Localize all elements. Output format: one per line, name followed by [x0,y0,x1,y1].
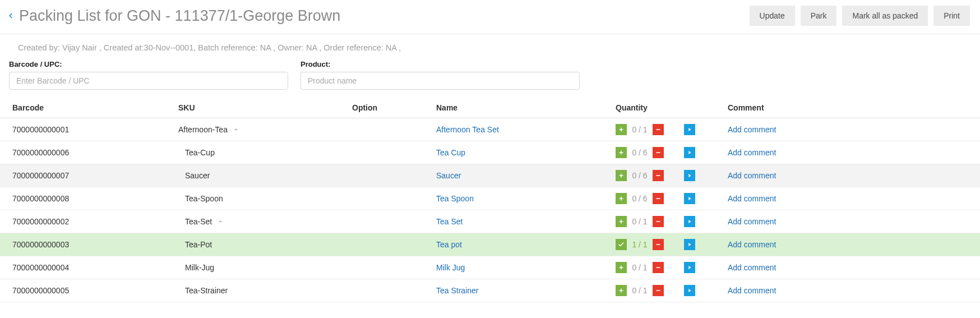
add-comment-link[interactable]: Add comment [728,240,776,249]
product-label: Product: [301,60,580,68]
name-cell: Afternoon Tea Set [432,118,611,141]
park-button[interactable]: Park [801,6,837,26]
qty-text: 0 / 1 [630,286,649,295]
qty-text: 0 / 6 [630,171,649,180]
mark-all-packed-button[interactable]: Mark all as packed [842,6,928,26]
qty-plus-button[interactable] [616,147,627,158]
barcode-cell: 7000000000003 [0,233,174,256]
sku-text: Saucer [185,171,210,180]
name-cell: Milk Jug [432,256,611,279]
svg-marker-19 [688,220,691,223]
svg-marker-15 [688,197,691,200]
add-comment-link[interactable]: Add comment [728,194,776,203]
sku-cell: Saucer [174,164,348,187]
table-row: 7000000000006Tea-CupTea Cup0 / 6Add comm… [0,141,980,164]
product-link[interactable]: Milk Jug [436,263,465,272]
quantity-cell: 0 / 6 [611,187,723,210]
product-link[interactable]: Tea Set [436,217,463,226]
qty-minus-button[interactable] [653,262,664,273]
add-comment-link[interactable]: Add comment [728,125,776,134]
option-cell [348,118,432,141]
qty-plus-button[interactable] [616,193,627,204]
qty-done-icon[interactable] [616,239,627,250]
add-comment-link[interactable]: Add comment [728,148,776,157]
add-comment-link[interactable]: Add comment [728,171,776,180]
qty-minus-button[interactable] [653,239,664,250]
qty-plus-button[interactable] [616,170,627,181]
sku-cell: Milk-Jug [174,256,348,279]
qty-enter-button[interactable] [684,216,695,227]
qty-plus-button[interactable] [616,216,627,227]
caret-up-icon[interactable] [233,127,239,132]
header-left: Packing List for GON - 111377/1-George B… [7,7,340,25]
qty-plus-button[interactable] [616,262,627,273]
qty-text: 0 / 6 [630,148,649,157]
sku-cell: Tea-Pot [174,233,348,256]
qty-plus-button[interactable] [616,285,627,296]
qty-minus-button[interactable] [653,193,664,204]
comment-cell: Add comment [723,233,980,256]
caret-up-icon[interactable] [218,219,223,224]
qty-text: 0 / 6 [630,194,649,203]
svg-marker-3 [688,128,691,131]
product-link[interactable]: Saucer [436,171,461,180]
product-link[interactable]: Afternoon Tea Set [436,125,499,134]
col-name-header: Name [432,98,611,118]
product-link[interactable]: Tea pot [436,240,462,249]
option-cell [348,233,432,256]
qty-text: 0 / 1 [630,263,649,272]
product-input[interactable] [301,72,580,90]
page-header: Packing List for GON - 111377/1-George B… [0,0,980,34]
quantity-cell: 0 / 6 [611,164,723,187]
name-cell: Tea Set [432,210,611,233]
header-actions: Update Park Mark all as packed Print [750,6,970,26]
col-comment-header: Comment [723,98,980,118]
add-comment-link[interactable]: Add comment [728,263,776,272]
qty-minus-button[interactable] [653,124,664,135]
sku-text: Tea-Pot [185,240,212,249]
qty-enter-button[interactable] [684,262,695,273]
quantity-cell: 1 / 1 [611,233,723,256]
table-row: 7000000000002Tea-SetTea Set0 / 1Add comm… [0,210,980,233]
barcode-filter: Barcode / UPC: [9,60,288,90]
qty-text: 0 / 1 [630,125,649,134]
update-button[interactable]: Update [750,6,795,26]
product-link[interactable]: Tea Spoon [436,194,474,203]
option-cell [348,210,432,233]
barcode-input[interactable] [9,72,288,90]
qty-enter-button[interactable] [684,170,695,181]
table-row: 7000000000005Tea-StrainerTea Strainer0 /… [0,279,980,302]
table-row: 7000000000001Afternoon-TeaAfternoon Tea … [0,118,980,141]
qty-minus-button[interactable] [653,216,664,227]
name-cell: Tea Strainer [432,279,611,302]
option-cell [348,187,432,210]
sku-text: Tea-Cup [185,148,215,157]
option-cell [348,279,432,302]
qty-plus-button[interactable] [616,124,627,135]
qty-minus-button[interactable] [653,170,664,181]
qty-enter-button[interactable] [684,147,695,158]
sku-text: Afternoon-Tea [178,125,228,134]
product-link[interactable]: Tea Cup [436,148,465,157]
qty-enter-button[interactable] [684,239,695,250]
sku-cell: Tea-Strainer [174,279,348,302]
print-button[interactable]: Print [933,6,970,26]
add-comment-link[interactable]: Add comment [728,217,776,226]
qty-enter-button[interactable] [684,285,695,296]
product-link[interactable]: Tea Strainer [436,286,478,295]
barcode-cell: 7000000000002 [0,210,174,233]
qty-enter-button[interactable] [684,124,695,135]
qty-minus-button[interactable] [653,285,664,296]
qty-enter-button[interactable] [684,193,695,204]
quantity-cell: 0 / 1 [611,118,723,141]
add-comment-link[interactable]: Add comment [728,286,776,295]
name-cell: Tea Spoon [432,187,611,210]
table-row: 7000000000003Tea-PotTea pot1 / 1Add comm… [0,233,980,256]
barcode-cell: 7000000000005 [0,279,174,302]
name-cell: Tea Cup [432,141,611,164]
back-icon[interactable] [7,10,15,21]
quantity-cell: 0 / 1 [611,210,723,233]
sku-cell: Tea-Spoon [174,187,348,210]
table-row: 7000000000004Milk-JugMilk Jug0 / 1Add co… [0,256,980,279]
qty-minus-button[interactable] [653,147,664,158]
